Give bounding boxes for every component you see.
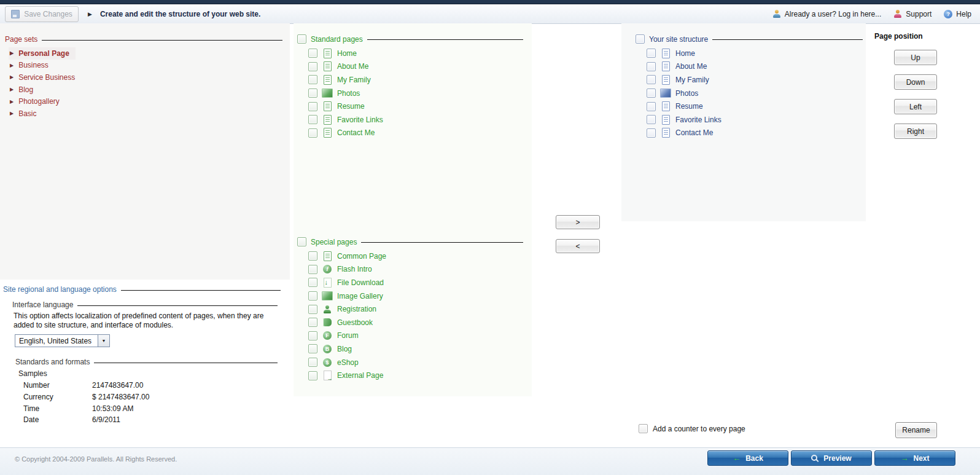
page-label: Image Gallery xyxy=(337,292,383,300)
nav-button[interactable]: → Next xyxy=(874,450,955,466)
page-icon xyxy=(324,101,332,111)
special-page-row[interactable]: eShop xyxy=(308,356,386,369)
special-page-row[interactable]: Image Gallery xyxy=(308,289,386,303)
person-icon xyxy=(323,305,332,314)
regional-options-rule xyxy=(121,290,281,291)
page-position-button[interactable]: Right xyxy=(894,124,937,139)
structure-page-row[interactable]: Contact Me xyxy=(647,127,721,140)
page-checkbox[interactable] xyxy=(647,88,656,98)
page-set-item[interactable]: ▶ Service Business xyxy=(9,71,81,84)
save-changes-button[interactable]: Save Changes xyxy=(5,6,79,22)
language-select[interactable]: English, United States ▼ xyxy=(15,334,110,347)
page-set-item[interactable]: ▶ Blog xyxy=(9,84,39,96)
page-checkbox[interactable] xyxy=(308,371,317,380)
special-page-row[interactable]: Guestbook xyxy=(308,316,386,329)
structure-page-row[interactable]: Favorite Links xyxy=(647,113,721,127)
page-position-buttons: Up Down Left Right xyxy=(894,50,937,139)
page-checkbox[interactable] xyxy=(647,102,656,111)
book-icon xyxy=(323,318,332,326)
login-user-icon xyxy=(772,9,781,18)
page-label: My Family xyxy=(337,76,371,84)
chevron-down-icon[interactable]: ▼ xyxy=(98,334,110,347)
nav-button[interactable]: ← Back xyxy=(707,450,788,466)
page-checkbox[interactable] xyxy=(647,75,656,84)
special-page-row[interactable]: Forum xyxy=(308,329,386,343)
standard-page-row[interactable]: Home xyxy=(308,47,383,60)
page-set-item[interactable]: ▶ Business xyxy=(9,60,55,72)
structure-page-row[interactable]: Home xyxy=(647,47,721,60)
page-label: Guestbook xyxy=(337,318,373,327)
standard-page-row[interactable]: Favorite Links xyxy=(308,113,383,127)
counter-label: Add a counter to every page xyxy=(653,425,745,433)
structure-page-row[interactable]: Photos xyxy=(647,87,721,100)
nav-button[interactable]: Preview xyxy=(791,450,872,466)
standard-page-row[interactable]: Photos xyxy=(308,87,383,100)
page-checkbox[interactable] xyxy=(308,344,317,353)
site-structure-checkbox[interactable] xyxy=(636,34,645,44)
page-checkbox[interactable] xyxy=(308,331,317,340)
page-position-button[interactable]: Down xyxy=(894,74,937,90)
page-label: Common Page xyxy=(337,252,386,261)
page-checkbox[interactable] xyxy=(308,278,317,287)
page-set-label: Blog xyxy=(18,85,33,94)
structure-page-row[interactable]: Resume xyxy=(647,100,721,113)
page-checkbox[interactable] xyxy=(647,62,656,71)
add-to-structure-button[interactable]: > xyxy=(556,215,600,229)
page-checkbox[interactable] xyxy=(647,128,656,138)
standard-pages-checkbox[interactable] xyxy=(297,34,306,44)
remove-from-structure-button[interactable]: < xyxy=(556,239,600,253)
magnifier-icon xyxy=(811,455,819,462)
support-link[interactable]: Support xyxy=(893,9,931,18)
standard-pages-list: Home About Me My Family Photos Resume xyxy=(308,47,383,139)
interface-language-header: Interface language xyxy=(12,300,278,309)
page-label: Favorite Links xyxy=(337,116,383,124)
standard-page-row[interactable]: My Family xyxy=(308,73,383,87)
special-page-row[interactable]: Common Page xyxy=(308,249,386,263)
page-position-button[interactable]: Left xyxy=(894,99,937,114)
special-pages-checkbox[interactable] xyxy=(297,237,306,246)
page-checkbox[interactable] xyxy=(308,265,317,274)
standard-page-row[interactable]: Resume xyxy=(308,100,383,113)
interface-language-title: Interface language xyxy=(12,300,73,309)
page-checkbox[interactable] xyxy=(308,102,317,111)
help-link[interactable]: ? Help xyxy=(944,10,971,18)
page-checkbox[interactable] xyxy=(647,49,656,58)
sample-value: 2147483647.00 xyxy=(92,381,143,390)
structure-page-row[interactable]: About Me xyxy=(647,60,721,74)
special-page-row[interactable]: Blog xyxy=(308,342,386,356)
structure-page-row[interactable]: My Family xyxy=(647,73,721,87)
page-checkbox[interactable] xyxy=(308,75,317,84)
page-checkbox[interactable] xyxy=(647,115,656,124)
counter-checkbox[interactable] xyxy=(639,424,648,433)
page-checkbox[interactable] xyxy=(308,115,317,124)
page-position-button[interactable]: Up xyxy=(894,50,937,65)
standards-rule xyxy=(94,363,278,363)
special-page-row[interactable]: External Page xyxy=(308,369,386,382)
special-page-row[interactable]: Flash Intro xyxy=(308,263,386,277)
page-checkbox[interactable] xyxy=(308,251,317,261)
page-label: Home xyxy=(675,49,695,58)
page-set-item[interactable]: ▶ Photogallery xyxy=(9,95,66,108)
login-link[interactable]: Already a user? Log in here... xyxy=(772,9,881,18)
page-set-item[interactable]: ▶ Basic xyxy=(9,108,43,120)
page-checkbox[interactable] xyxy=(308,358,317,367)
nav-button-label: Next xyxy=(913,454,929,463)
page-checkbox[interactable] xyxy=(308,128,317,138)
page-checkbox[interactable] xyxy=(308,291,317,300)
page-icon xyxy=(324,115,332,125)
page-icon xyxy=(662,75,670,85)
page-checkbox[interactable] xyxy=(308,88,317,98)
page-checkbox[interactable] xyxy=(308,49,317,58)
page-checkbox[interactable] xyxy=(308,305,317,314)
page-checkbox[interactable] xyxy=(308,62,317,71)
standard-page-row[interactable]: Contact Me xyxy=(308,127,383,140)
rename-button[interactable]: Rename xyxy=(895,422,937,438)
special-page-row[interactable]: File Download xyxy=(308,276,386,289)
page-checkbox[interactable] xyxy=(308,318,317,327)
page-label: Resume xyxy=(675,102,703,111)
copyright-text: © Copyright 2004-2009 Parallels. All Rig… xyxy=(15,455,177,463)
standard-page-row[interactable]: About Me xyxy=(308,60,383,74)
special-page-row[interactable]: Registration xyxy=(308,302,386,316)
arrow-left-icon: ← xyxy=(733,454,741,462)
page-set-item[interactable]: ▶ Personal Page xyxy=(9,47,76,60)
